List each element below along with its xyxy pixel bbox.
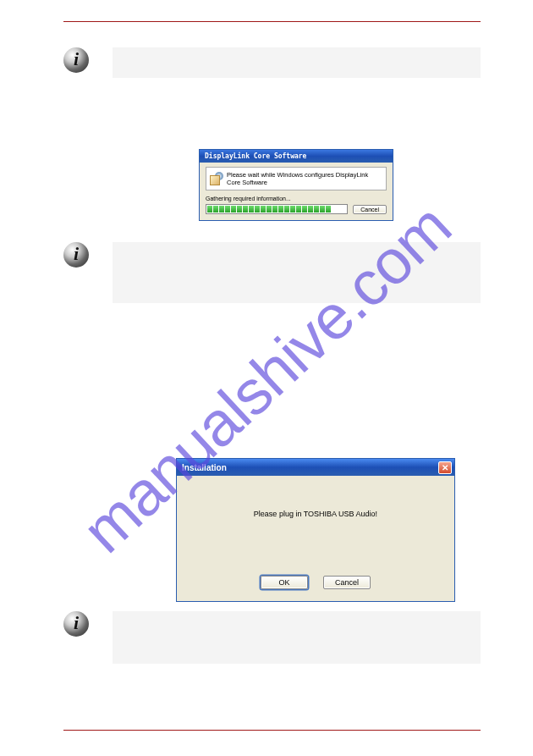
note-body-placeholder <box>113 47 481 78</box>
info-icon <box>63 611 89 637</box>
note-body-placeholder <box>113 242 481 303</box>
installation-dialog: Installation ✕ Please plug in TOSHIBA US… <box>176 458 455 602</box>
info-note-1 <box>63 47 481 78</box>
dialog-message: Please plug in TOSHIBA USB Audio! <box>177 510 454 518</box>
dialog-message-row: Please wait while Windows configures Dis… <box>206 167 387 190</box>
info-icon <box>63 47 89 73</box>
cancel-button[interactable]: Cancel <box>353 205 387 214</box>
note-body-placeholder <box>113 611 481 664</box>
dialog-title: Installation <box>182 463 227 472</box>
document-page: DisplayLink Core Software Please wait wh… <box>63 21 481 731</box>
displaylink-dialog: DisplayLink Core Software Please wait wh… <box>199 149 393 221</box>
dialog-titlebar: DisplayLink Core Software <box>200 150 393 163</box>
ok-button[interactable]: OK <box>261 576 308 589</box>
close-button[interactable]: ✕ <box>438 461 452 474</box>
status-text: Gathering required information... <box>206 196 387 201</box>
dialog-message: Please wait while Windows configures Dis… <box>227 171 382 186</box>
dialog-title: DisplayLink Core Software <box>205 152 306 160</box>
button-row: OK Cancel <box>177 576 454 589</box>
close-icon: ✕ <box>442 463 448 472</box>
cancel-button[interactable]: Cancel <box>323 576 371 589</box>
dialog-body: Please wait while Windows configures Dis… <box>200 163 393 220</box>
info-note-2 <box>63 242 481 303</box>
info-note-3 <box>63 611 481 664</box>
dialog-body: Please plug in TOSHIBA USB Audio! OK Can… <box>177 476 454 601</box>
installer-package-icon <box>210 172 223 185</box>
progress-bar <box>206 204 348 214</box>
dialog-titlebar: Installation ✕ <box>177 459 454 476</box>
info-icon <box>63 242 89 268</box>
progress-row: Cancel <box>206 204 387 214</box>
